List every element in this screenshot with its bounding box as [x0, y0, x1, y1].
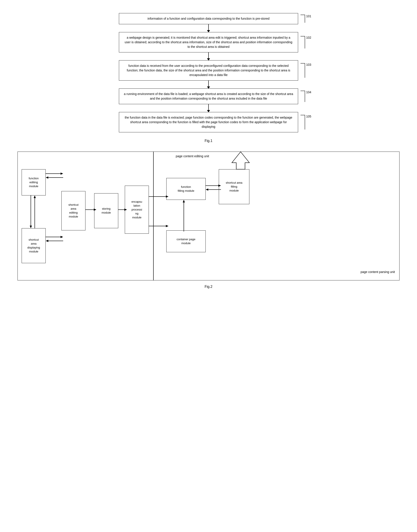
- flow-box-102: a webpage design is generated; it is mon…: [119, 32, 298, 52]
- svg-marker-11: [46, 240, 48, 242]
- svg-marker-19: [166, 225, 168, 227]
- flow-box-103: function data is received from the user …: [119, 60, 298, 80]
- svg-marker-26: [232, 152, 249, 169]
- flow-step-104: a running environment of the data file i…: [18, 89, 399, 104]
- flow-box-105: the function data in the data file is ex…: [119, 112, 298, 132]
- svg-marker-5: [30, 226, 32, 228]
- shortcut-area-filling-module: shortcut area filling module: [219, 169, 249, 204]
- arrow-2: [208, 52, 209, 60]
- arrow-3: [208, 80, 209, 89]
- step-label-101: 101: [300, 14, 311, 23]
- svg-marker-13: [94, 209, 96, 211]
- flow-step-103: function data is received from the user …: [18, 60, 399, 80]
- encapsulation-module: encapsu lation processi ng module: [125, 186, 149, 234]
- arrow-ff-saf: [206, 183, 221, 192]
- container-page-module: container page module: [166, 231, 206, 252]
- arrow-1: [208, 24, 209, 32]
- step-label-102: 102: [300, 36, 311, 49]
- flow-step-101: information of a function and configurat…: [18, 13, 399, 24]
- arrow-encap-cp: [149, 224, 168, 228]
- svg-marker-3: [46, 176, 48, 179]
- shortcut-area-editing-module: shortcut area editing module: [62, 191, 85, 231]
- flowchart: information of a function and configurat…: [18, 13, 399, 132]
- svg-marker-15: [124, 209, 127, 211]
- big-arrow-up: [232, 152, 249, 169]
- step-label-103: 103: [300, 63, 311, 78]
- flow-step-105: the function data in the data file is ex…: [18, 112, 399, 132]
- storing-module: storing module: [94, 193, 118, 228]
- arrow-sad-saed: [46, 235, 63, 243]
- svg-marker-1: [61, 172, 63, 175]
- page-content-editing-label: page content editing unit: [176, 154, 209, 158]
- svg-marker-21: [218, 185, 221, 187]
- flow-box-101: information of a function and configurat…: [119, 13, 298, 24]
- flow-step-102: a webpage design is generated; it is mon…: [18, 32, 399, 52]
- svg-marker-17: [166, 195, 168, 198]
- svg-marker-7: [34, 195, 36, 198]
- block-diagram-container: page content editing unit function editi…: [18, 151, 399, 281]
- shortcut-area-displaying-module: shortcut area displaying module: [22, 228, 46, 263]
- page-content-parsing-label: page content parsing unit: [361, 270, 395, 274]
- arrow-fe-sad: [29, 195, 37, 228]
- flow-box-104: a running environment of the data file i…: [119, 89, 298, 104]
- function-editing-module: function editing module: [22, 169, 46, 195]
- arrow-encap-ff: [149, 194, 168, 199]
- fig2-label: Fig.2: [18, 285, 399, 289]
- svg-marker-25: [183, 200, 185, 202]
- arrow-saed-stor: [85, 208, 96, 212]
- arrow-4: [208, 104, 209, 112]
- divider-vertical: [153, 152, 154, 280]
- fig1-label: Fig.1: [18, 139, 399, 143]
- svg-marker-23: [206, 189, 208, 191]
- svg-marker-9: [61, 236, 63, 238]
- function-filling-module: function filling module: [166, 178, 206, 200]
- step-label-105: 105: [300, 115, 311, 130]
- outer-boundary: page content editing unit function editi…: [18, 151, 399, 281]
- step-label-104: 104: [300, 90, 311, 102]
- arrow-stor-encap: [118, 208, 127, 212]
- arrow-fe-sae: [46, 171, 63, 180]
- arrow-cp-ff: [182, 200, 186, 231]
